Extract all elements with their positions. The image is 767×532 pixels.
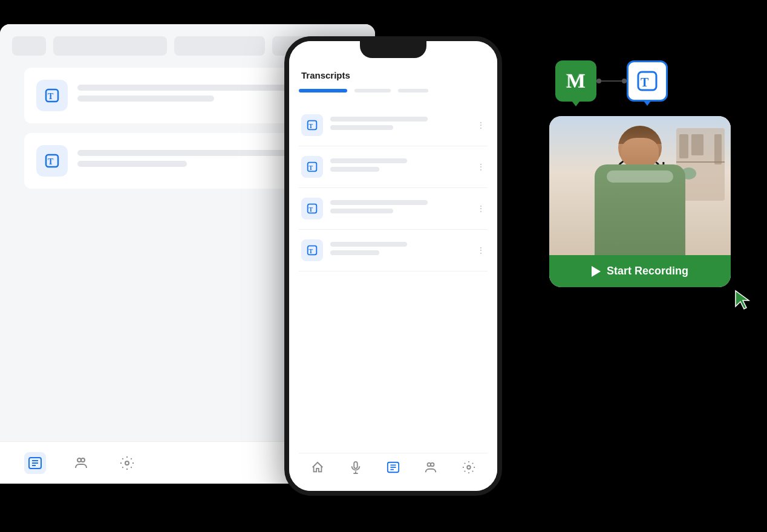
transcript-icon-sm: T	[305, 118, 319, 132]
video-card: Start Recording	[549, 116, 731, 287]
phone-header: Transcripts	[299, 70, 488, 80]
svg-marker-38	[736, 291, 749, 309]
transcript-icon-sm: T	[305, 244, 319, 257]
transcript-icon: T	[42, 151, 62, 170]
person-head	[618, 126, 662, 169]
video-preview	[549, 116, 731, 255]
transcript-icon-sm: T	[305, 160, 319, 174]
desktop-tab-medium	[53, 36, 167, 56]
svg-text:T: T	[309, 248, 313, 255]
list-item: T ⋮	[299, 146, 488, 188]
phone-nav-team[interactable]	[424, 461, 437, 474]
start-recording-label: Start Recording	[607, 265, 688, 277]
item-icon: T	[36, 80, 68, 111]
t-icon-svg: T	[636, 70, 659, 92]
cursor-arrow-icon	[733, 290, 755, 311]
phone-mockup: Transcripts T	[284, 36, 502, 496]
phone-bottom-nav	[299, 453, 488, 481]
svg-text:T: T	[309, 123, 313, 129]
svg-point-33	[431, 463, 434, 467]
t-integration-icon: T	[627, 60, 668, 102]
phone-nav-settings[interactable]	[462, 461, 475, 474]
content-line-title	[77, 150, 296, 156]
svg-rect-25	[354, 462, 357, 469]
phone-item-more-icon[interactable]: ⋮	[477, 162, 485, 172]
phone-nav-list[interactable]	[387, 461, 400, 474]
play-icon	[592, 266, 601, 277]
phone-content-title	[330, 158, 407, 163]
desktop-tab-long	[174, 36, 265, 56]
phone-item-icon: T	[301, 198, 323, 219]
nav-icon-team[interactable]	[70, 452, 92, 474]
svg-text:T: T	[641, 76, 649, 89]
phone-content-title	[330, 242, 407, 247]
svg-point-34	[467, 465, 471, 469]
list-item: T ⋮	[299, 105, 488, 146]
phone-item-icon: T	[301, 156, 323, 178]
nav-icon-list[interactable]	[24, 452, 46, 474]
phone-content-sub	[330, 250, 379, 255]
item-icon: T	[36, 145, 68, 177]
phone-item-content	[330, 117, 469, 134]
start-recording-button[interactable]: Start Recording	[549, 255, 731, 287]
integration-panel: M T	[549, 60, 749, 287]
connector-line	[596, 80, 627, 82]
phone-item-icon: T	[301, 239, 323, 261]
svg-point-11	[81, 458, 85, 462]
svg-text:T: T	[309, 206, 313, 213]
m-integration-icon: M	[555, 60, 596, 102]
content-line-subtitle	[77, 161, 187, 167]
phone-nav-home[interactable]	[311, 461, 324, 474]
desktop-tab-short	[12, 36, 46, 56]
phone-content-sub	[330, 125, 393, 130]
phone-tab-active[interactable]	[299, 89, 347, 92]
content-line-title	[77, 85, 296, 91]
integration-icons-row: M T	[549, 60, 749, 102]
transcript-icon-sm: T	[305, 202, 319, 215]
phone-item-more-icon[interactable]: ⋮	[477, 120, 485, 130]
phone-nav-mic[interactable]	[349, 461, 362, 474]
phone-tabs	[299, 89, 488, 92]
phone-item-content	[330, 242, 469, 259]
phone-item-more-icon[interactable]: ⋮	[477, 204, 485, 213]
phone-content-sub	[330, 209, 393, 213]
svg-text:T: T	[48, 157, 54, 166]
phone-content-title	[330, 117, 428, 122]
phone-list: T ⋮ T	[299, 105, 488, 453]
content-line-subtitle	[77, 96, 214, 102]
phone-content-title	[330, 200, 428, 205]
transcript-icon: T	[42, 86, 62, 105]
phone-item-content	[330, 158, 469, 175]
phone-tab-inactive2	[398, 89, 428, 92]
phone-notch	[360, 41, 426, 58]
m-label: M	[566, 70, 586, 92]
phone-item-content	[330, 200, 469, 217]
list-item: T ⋮	[299, 188, 488, 230]
svg-text:T: T	[48, 92, 54, 101]
person-body	[595, 164, 685, 255]
list-item: T ⋮	[299, 230, 488, 271]
nav-icon-settings[interactable]	[116, 452, 138, 474]
person-container	[549, 116, 731, 255]
phone-tab-inactive[interactable]	[354, 89, 391, 92]
phone-item-icon: T	[301, 114, 323, 136]
phone-item-more-icon[interactable]: ⋮	[477, 245, 485, 255]
phone-content-sub	[330, 167, 379, 172]
svg-text:T: T	[309, 164, 313, 171]
phone-inner: Transcripts T	[289, 41, 497, 491]
svg-point-12	[125, 461, 129, 465]
